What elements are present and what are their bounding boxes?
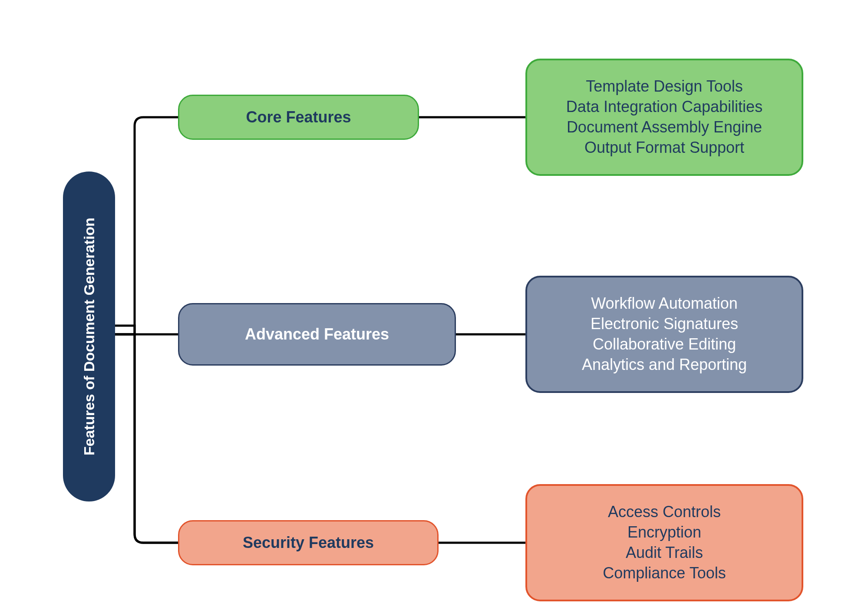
leaf-item: Audit Trails <box>626 543 703 563</box>
leaf-item: Document Assembly Engine <box>567 117 762 138</box>
branch-advanced-features: Advanced Features <box>178 303 456 366</box>
leaf-core-features: Template Design Tools Data Integration C… <box>525 59 803 176</box>
leaf-item: Workflow Automation <box>591 294 737 314</box>
leaf-advanced-features: Workflow Automation Electronic Signature… <box>525 276 803 393</box>
diagram-canvas: Features of Document Generation Core Fea… <box>0 0 868 607</box>
leaf-item: Output Format Support <box>584 138 744 158</box>
leaf-security-features: Access Controls Encryption Audit Trails … <box>525 484 803 601</box>
branch-core-features: Core Features <box>178 95 419 140</box>
branch-security-features: Security Features <box>178 520 439 565</box>
leaf-item: Access Controls <box>608 502 721 522</box>
leaf-item: Compliance Tools <box>603 563 726 584</box>
leaf-item: Data Integration Capabilities <box>566 97 762 117</box>
leaf-item: Template Design Tools <box>586 76 743 97</box>
root-node: Features of Document Generation <box>63 172 115 501</box>
leaf-item: Collaborative Editing <box>593 334 736 355</box>
leaf-item: Electronic Signatures <box>591 314 738 334</box>
leaf-item: Encryption <box>627 522 701 543</box>
leaf-item: Analytics and Reporting <box>582 355 747 375</box>
